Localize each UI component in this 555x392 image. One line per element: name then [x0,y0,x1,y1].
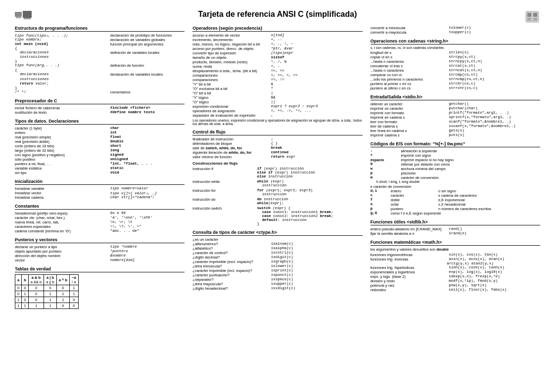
math-title: Funciones matemáticas <math.h> [370,240,540,246]
ctype-title: Consulta de tipos de carácter <ctype.h> [192,230,362,236]
truth-table: a b a & ba && b a | ba || b a ^ b ~a! a … [15,274,79,309]
construcciones-subtitle: Construcciones de flujo [192,161,362,166]
svg-rect-4 [525,11,539,23]
stdio-title: Entrada/Salida <stdio.h> [370,94,540,100]
estructura-section: Estructura de programa/funciones tipo fu… [15,26,185,94]
svg-rect-3 [24,18,31,19]
column-3: convertir a minúsculatolower(c) converti… [370,26,540,296]
svg-rect-2 [23,11,32,18]
table-row: 000001 [15,285,79,291]
control-title: Control de flujo [192,130,362,135]
codigos-section: Códigos de E/S con formato: "%[+-] 0w.pm… [370,141,540,216]
svg-rect-0 [15,12,22,17]
operadores-title: Operadores (según precedencia) [192,26,362,32]
preprocesador-title: Preprocesador de C [15,98,185,104]
svg-rect-7 [527,18,531,21]
ctype-section: Consulta de tipos de carácter <ctype.h> … [192,230,362,291]
svg-rect-8 [533,18,537,21]
page-title: Tarjeta de referencia ANSI C (simplifica… [15,10,540,19]
svg-rect-6 [533,13,537,17]
table-row: 111100 [15,303,79,309]
string-title: Operaciones con cadenas <string.h> [370,39,540,44]
column-1: Estructura de programa/funciones tipo fu… [15,26,185,313]
stdlib-title: Funciones útiles <stdlib.h> [370,219,540,225]
operadores-section: Operadores (según precedencia) acceso a … [192,26,362,126]
tipos-section: Tipos de datos. Declaraciones carácter (… [15,119,185,175]
convertir-section: convertir a minúsculatolower(c) converti… [370,26,540,35]
table-row: 100110 [15,297,79,303]
tablas-title: Tablas de verdad [15,266,185,272]
constantes-title: Constantes [15,204,185,210]
inicializacion-section: Inicialización Inicializar variabletipo … [15,179,185,200]
punteros-title: Punteros y vectores [15,237,185,243]
estructura-title: Estructura de programa/funciones [15,26,185,32]
stdio-section: Entrada/Salida <stdio.h> obtener un cará… [370,94,540,137]
tablas-section: Tablas de verdad a b a & ba && b a | ba … [15,266,185,309]
math-section: Funciones matemáticas <math.h> los argum… [370,240,540,292]
logo-right [524,10,540,25]
tipos-title: Tipos de datos. Declaraciones [15,119,185,125]
constantes-section: Constantes hexadecimal (prefijo cero-equ… [15,204,185,233]
logo-left [15,10,33,25]
svg-rect-1 [16,17,21,18]
inicializacion-title: Inicialización [15,179,185,185]
punteros-section: Punteros y vectores declarar un puntero … [15,237,185,262]
stdlib-section: Funciones útiles <stdlib.h> entero pseud… [370,219,540,236]
preprocesador-section: Preprocesador de C incluir fichero de ca… [15,98,185,115]
svg-rect-5 [527,13,531,17]
estructura-content: tipo func(tipo₁, . . .); declaración de … [15,33,185,94]
codigos-title: Códigos de E/S con formato: "%[+-] 0w.pm… [370,141,540,147]
control-section: Control de flujo finalizador de instrucc… [192,130,362,226]
string-section: Operaciones con cadenas <string.h> s, t … [370,39,540,90]
table-row: 010111 [15,291,79,297]
column-2: Operadores (según precedencia) acceso a … [192,26,362,295]
